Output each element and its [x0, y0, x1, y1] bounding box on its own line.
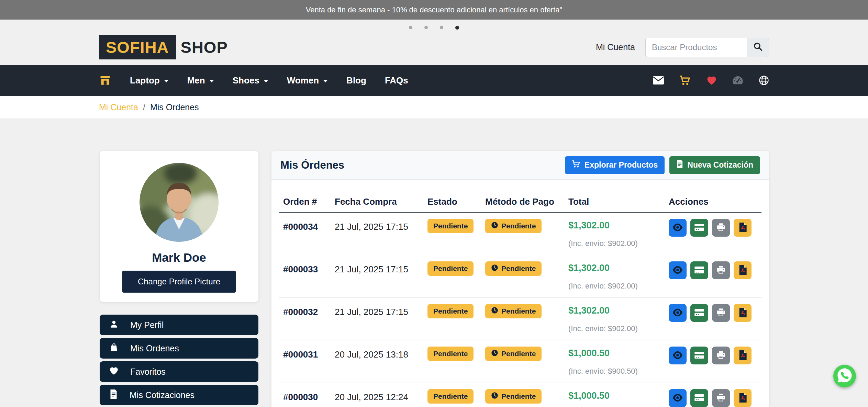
table-row: #000033 21 Jul, 2025 17:15 Pendiente Pen… — [279, 255, 761, 298]
whatsapp-button[interactable] — [833, 365, 856, 387]
search-button[interactable] — [747, 38, 769, 57]
pay-order-button[interactable] — [690, 389, 708, 407]
credit-card-icon — [694, 223, 704, 233]
status-badge: Pendiente — [427, 389, 474, 404]
nav-item-laptop[interactable]: Laptop — [130, 75, 169, 86]
new-quote-button[interactable]: Nueva Cotización — [669, 156, 760, 174]
order-total: $1,302.00 — [568, 219, 665, 231]
carousel-dot-active[interactable] — [455, 26, 459, 30]
view-order-button[interactable] — [669, 347, 687, 364]
whatsapp-icon — [836, 366, 854, 386]
pdf-download-button[interactable] — [734, 347, 752, 364]
pdf-file-icon — [738, 265, 747, 276]
order-number-link[interactable]: #000032 — [279, 304, 331, 317]
carousel-dot[interactable] — [440, 26, 443, 29]
view-order-button[interactable] — [669, 389, 687, 407]
printer-icon — [716, 350, 726, 361]
credit-card-icon — [694, 308, 704, 318]
pdf-download-button[interactable] — [734, 219, 752, 237]
pdf-download-button[interactable] — [734, 261, 752, 279]
payment-status-badge: Pendiente — [485, 261, 542, 276]
carousel-dots — [0, 20, 868, 30]
pdf-download-button[interactable] — [734, 389, 752, 407]
heart-icon — [109, 366, 119, 377]
logo-secondary: SHOP — [181, 38, 228, 57]
mail-icon[interactable] — [653, 76, 664, 85]
eye-icon — [672, 265, 683, 275]
table-row: #000031 20 Jul, 2025 13:18 Pendiente Pen… — [279, 340, 761, 383]
pay-order-button[interactable] — [690, 347, 708, 364]
chevron-down-icon — [209, 80, 214, 82]
payment-status-badge: Pendiente — [485, 219, 542, 233]
search-icon — [753, 42, 763, 53]
order-number-link[interactable]: #000034 — [279, 219, 331, 232]
order-date: 20 Jul, 2025 13:18 — [331, 347, 423, 360]
explore-products-button[interactable]: Explorar Productos — [565, 156, 665, 174]
view-order-button[interactable] — [669, 304, 687, 322]
menu-item-my-perfil[interactable]: My Perfil — [100, 315, 258, 335]
order-shipping-note: (Inc. envío: $902.00) — [568, 239, 665, 248]
view-order-button[interactable] — [669, 219, 687, 237]
nav-item-women[interactable]: Women — [287, 75, 328, 86]
menu-item-mis-cotizaciones[interactable]: Mis Cotizaciones — [100, 385, 258, 405]
store-icon[interactable] — [99, 75, 111, 86]
printer-icon — [716, 223, 726, 233]
print-order-button[interactable] — [712, 389, 730, 407]
order-total: $1,000.50 — [568, 389, 665, 401]
status-badge: Pendiente — [427, 347, 474, 361]
pdf-download-button[interactable] — [734, 304, 752, 322]
credit-card-icon — [694, 394, 704, 403]
search-group — [645, 38, 769, 57]
cart-icon — [572, 160, 581, 170]
nav-item-blog[interactable]: Blog — [346, 75, 366, 86]
profile-card: Mark Doe Change Profile Picture — [100, 151, 258, 302]
carousel-dot[interactable] — [409, 26, 412, 29]
carousel-dot[interactable] — [424, 26, 428, 29]
breadcrumb-separator: / — [143, 102, 145, 112]
print-order-button[interactable] — [712, 219, 730, 237]
print-order-button[interactable] — [712, 261, 730, 279]
order-number-link[interactable]: #000031 — [279, 347, 331, 360]
wishlist-heart-icon[interactable] — [706, 76, 717, 85]
orders-card: Mis Órdenes Explorar Productos Nueva Cot… — [271, 151, 769, 407]
order-number-link[interactable]: #000030 — [279, 389, 331, 403]
dashboard-icon[interactable] — [732, 76, 743, 85]
orders-table: Orden # Fecha Compra Estado Método de Pa… — [271, 191, 769, 407]
clock-icon — [491, 222, 498, 230]
nav-item-shoes[interactable]: Shoes — [233, 75, 268, 86]
menu-item-mis-ordenes[interactable]: Mis Ordenes — [100, 338, 258, 359]
pay-order-button[interactable] — [690, 219, 708, 237]
order-total: $1,302.00 — [568, 261, 665, 273]
clock-icon — [491, 349, 498, 358]
print-order-button[interactable] — [712, 347, 730, 364]
eye-icon — [672, 393, 683, 403]
nav-item-men[interactable]: Men — [187, 75, 214, 86]
status-badge: Pendiente — [427, 261, 474, 276]
eye-icon — [672, 223, 683, 233]
menu-item-favoritos[interactable]: Favoritos — [100, 361, 258, 382]
site-logo[interactable]: SOFIHA SHOP — [99, 35, 228, 59]
breadcrumb-parent[interactable]: Mi Cuenta — [99, 102, 138, 112]
clock-icon — [491, 264, 498, 273]
printer-icon — [716, 393, 726, 404]
order-actions — [665, 389, 761, 407]
orders-table-header: Orden # Fecha Compra Estado Método de Pa… — [279, 191, 761, 213]
status-badge: Pendiente — [427, 304, 474, 318]
language-globe-icon[interactable] — [759, 75, 769, 86]
document-icon — [109, 389, 118, 401]
search-input[interactable] — [645, 38, 747, 57]
order-total: $1,302.00 — [568, 304, 665, 316]
breadcrumb-current: Mis Ordenes — [150, 102, 199, 112]
order-shipping-note: (Inc. envío: $902.00) — [568, 324, 665, 333]
print-order-button[interactable] — [712, 304, 730, 322]
order-date: 21 Jul, 2025 17:15 — [331, 219, 423, 232]
nav-item-faqs[interactable]: FAQs — [385, 75, 408, 86]
site-header: SOFIHA SHOP Mi Cuenta — [0, 30, 868, 65]
cart-icon[interactable] — [679, 75, 691, 86]
pay-order-button[interactable] — [690, 261, 708, 279]
view-order-button[interactable] — [669, 261, 687, 279]
order-number-link[interactable]: #000033 — [279, 261, 331, 275]
pay-order-button[interactable] — [690, 304, 708, 322]
change-profile-picture-button[interactable]: Change Profile Picture — [122, 271, 236, 293]
account-link[interactable]: Mi Cuenta — [596, 42, 635, 52]
